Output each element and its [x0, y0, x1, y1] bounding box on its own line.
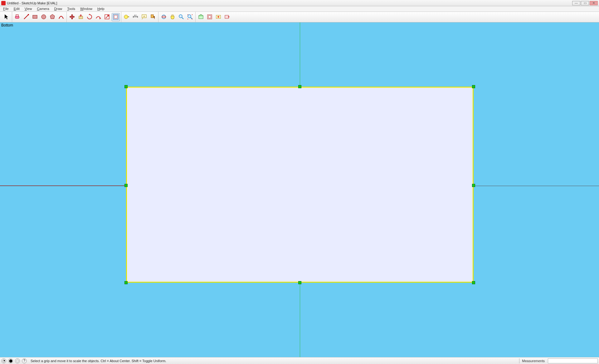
rectangle-icon [32, 14, 38, 21]
measurements-label: Measurements [522, 359, 546, 363]
svg-line-2 [24, 15, 28, 19]
move-tool[interactable] [68, 13, 76, 21]
rectangle-tool[interactable] [31, 13, 39, 21]
scale-handle-bottom-left[interactable] [124, 281, 128, 284]
svg-rect-24 [199, 16, 203, 19]
follow-me-tool[interactable] [94, 13, 102, 21]
warehouse-tool[interactable] [197, 13, 205, 21]
maximize-button[interactable]: ▭ [581, 1, 589, 5]
status-icon-geo[interactable]: ◔ [1, 358, 6, 363]
svg-point-20 [179, 15, 182, 18]
eraser-tool[interactable] [13, 13, 22, 21]
scale-handle-top-right[interactable] [472, 85, 475, 88]
viewport[interactable]: Bottom [0, 22, 599, 357]
select-icon [3, 14, 10, 21]
dimension-tool[interactable]: A1 [131, 13, 139, 21]
arc-icon [58, 14, 64, 21]
svg-point-22 [188, 15, 191, 18]
toolbar-group [158, 12, 196, 22]
offset-icon [113, 14, 119, 21]
text-icon: A [141, 14, 147, 21]
scale-handle-bottom-right[interactable] [472, 281, 475, 284]
status-icon-help[interactable]: ? [22, 358, 27, 363]
svg-rect-10 [114, 15, 117, 18]
view-label: Bottom [1, 23, 13, 27]
rotate-icon [86, 14, 93, 21]
toolbar-group [1, 12, 12, 22]
svg-rect-17 [151, 15, 153, 18]
move-icon [69, 14, 75, 21]
pan-tool[interactable] [168, 13, 177, 21]
offset-tool[interactable] [112, 13, 120, 21]
tape-icon [124, 14, 130, 21]
svg-point-3 [28, 14, 29, 15]
zoom-extents-icon [187, 14, 193, 21]
toolbar-group: A1A [121, 12, 158, 22]
circle-icon [41, 14, 47, 21]
scale-icon [104, 14, 110, 21]
minimize-button[interactable]: — [572, 1, 580, 5]
menu-draw[interactable]: Draw [52, 7, 65, 11]
menu-edit[interactable]: Edit [11, 7, 22, 11]
status-icon-sync[interactable]: ◌ [15, 358, 20, 363]
svg-text:A1: A1 [134, 14, 137, 17]
send-icon [224, 14, 230, 21]
scale-handle-bottom-mid[interactable] [298, 281, 301, 284]
svg-text:A: A [143, 15, 145, 18]
zoom-extents-tool[interactable] [186, 13, 194, 21]
scale-handle-top-left[interactable] [124, 85, 128, 88]
selection-rectangle[interactable] [126, 87, 474, 283]
polygon-tool[interactable] [48, 13, 56, 21]
svg-point-18 [162, 15, 166, 19]
eraser-icon [14, 14, 21, 21]
orbit-tool[interactable] [160, 13, 168, 21]
follow-me-icon [95, 14, 101, 21]
send-tool[interactable] [223, 13, 231, 21]
svg-line-23 [191, 17, 192, 19]
measurements-input[interactable] [548, 358, 598, 363]
status-icon-credits[interactable]: ⬤ [8, 358, 13, 363]
window-title: Untitled - SketchUp Make [EVAL] [7, 1, 57, 5]
svg-rect-12 [128, 17, 129, 17]
toolbar-group [12, 12, 67, 22]
text-tool[interactable]: A [140, 13, 148, 21]
svg-rect-4 [33, 15, 37, 18]
menu-help[interactable]: Help [95, 7, 107, 11]
rotate-tool[interactable] [85, 13, 94, 21]
tape-tool[interactable] [123, 13, 131, 21]
paint-tool[interactable] [149, 13, 157, 21]
line-tool[interactable] [22, 13, 30, 21]
app-icon [1, 1, 6, 5]
status-bar: ◔ ⬤ ◌ ? Select a grip and move it to sca… [0, 357, 599, 364]
pushpull-icon [78, 14, 84, 21]
menu-bar: FileEditViewCameraDrawToolsWindowHelp [0, 6, 599, 12]
menu-window[interactable]: Window [78, 7, 95, 11]
circle-tool[interactable] [40, 13, 48, 21]
components-tool[interactable] [206, 13, 214, 21]
svg-rect-26 [208, 16, 211, 18]
components-icon [207, 14, 213, 21]
svg-marker-6 [50, 14, 55, 19]
menu-camera[interactable]: Camera [34, 7, 51, 11]
scale-handle-mid-left[interactable] [124, 184, 128, 187]
scale-handle-top-mid[interactable] [298, 85, 301, 88]
warehouse-icon [198, 14, 204, 21]
menu-file[interactable]: File [1, 7, 11, 11]
svg-point-19 [162, 16, 166, 17]
select-tool[interactable] [2, 13, 11, 21]
dimension-icon: A1 [132, 14, 139, 21]
extensions-tool[interactable] [214, 13, 222, 21]
menu-view[interactable]: View [22, 7, 35, 11]
close-button[interactable]: ✕ [590, 1, 598, 5]
line-icon [23, 14, 29, 21]
svg-point-5 [41, 15, 46, 19]
svg-rect-1 [16, 15, 18, 17]
toolbar-group [196, 12, 232, 22]
menu-tools[interactable]: Tools [65, 7, 78, 11]
arc-tool[interactable] [57, 13, 65, 21]
polygon-icon [49, 14, 56, 21]
pushpull-tool[interactable] [77, 13, 85, 21]
zoom-tool[interactable] [177, 13, 185, 21]
scale-tool[interactable] [103, 13, 111, 21]
scale-handle-mid-right[interactable] [472, 184, 475, 187]
